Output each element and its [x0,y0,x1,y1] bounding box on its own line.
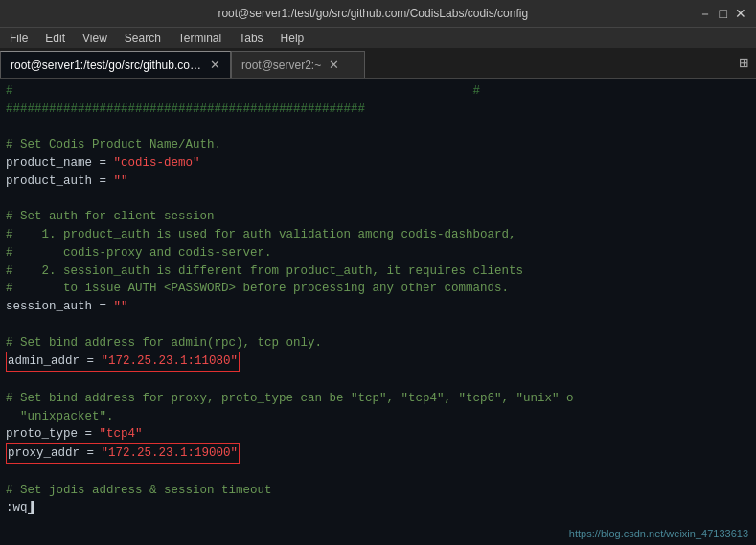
line-13: session_auth = "" [6,298,750,316]
menu-bar: File Edit View Search Terminal Tabs Help [0,27,756,48]
menu-help[interactable]: Help [275,30,310,47]
line-18: # Set bind address for proxy, proto_type… [6,390,750,408]
line-4: # Set Codis Product Name/Auth. [6,136,750,154]
maximize-button[interactable]: □ [720,7,727,20]
line-10: # codis-proxy and codis-server. [6,244,750,262]
line-19: "unixpacket". [6,408,750,426]
tab-bar: root@server1:/test/go/src/github.com/Co.… [0,48,756,79]
close-button[interactable]: ✕ [735,7,746,20]
line-7 [6,191,750,209]
line-5: product_name = "codis-demo" [6,154,750,172]
line-22 [6,464,750,482]
tab-server2-close[interactable]: ✕ [329,57,339,72]
line-20: proto_type = "tcp4" [6,425,750,443]
line-2: ########################################… [6,101,750,119]
input-line: :wq▌ [6,499,750,517]
window-title: root@server1:/test/go/src/github.com/Cod… [48,7,699,20]
menu-search[interactable]: Search [119,30,167,47]
tab-server1[interactable]: root@server1:/test/go/src/github.com/Co.… [0,51,231,78]
line-1: # # [6,82,750,101]
line-6: product_auth = "" [6,172,750,191]
menu-view[interactable]: View [77,30,113,47]
tab-server1-label: root@server1:/test/go/src/github.com/Co.… [11,58,202,72]
tab-server1-close[interactable]: ✕ [210,57,220,72]
line-16-admin-addr: admin_addr = "172.25.23.1:11080" [6,352,750,372]
window-controls[interactable]: － □ ✕ [699,7,746,20]
line-3 [6,119,750,137]
line-9: # 1. product_auth is used for auth valid… [6,226,750,244]
line-17 [6,372,750,390]
title-bar: root@server1:/test/go/src/github.com/Cod… [0,0,756,27]
minimize-button[interactable]: － [699,7,712,20]
tab-server2-label: root@server2:~ [241,58,321,72]
menu-edit[interactable]: Edit [39,30,71,47]
line-21-proxy-addr: proxy_addr = "172.25.23.1:19000" [6,443,750,464]
tab-server2[interactable]: root@server2:~ ✕ [231,51,365,78]
new-tab-button[interactable]: ⊞ [731,54,756,73]
line-11: # 2. session_auth is different from prod… [6,262,750,281]
terminal-content: # # ####################################… [0,79,756,545]
line-12: # to issue AUTH <PASSWORD> before proces… [6,280,750,298]
line-23: # Set jodis address & session timeout [6,482,750,500]
line-8: # Set auth for client session [6,208,750,226]
line-14 [6,316,750,334]
menu-terminal[interactable]: Terminal [172,30,227,47]
line-15: # Set bind address for admin(rpc), tcp o… [6,334,750,352]
menu-file[interactable]: File [4,30,34,47]
menu-tabs[interactable]: Tabs [233,30,268,47]
watermark: https://blog.csdn.net/weixin_47133613 [569,528,748,539]
